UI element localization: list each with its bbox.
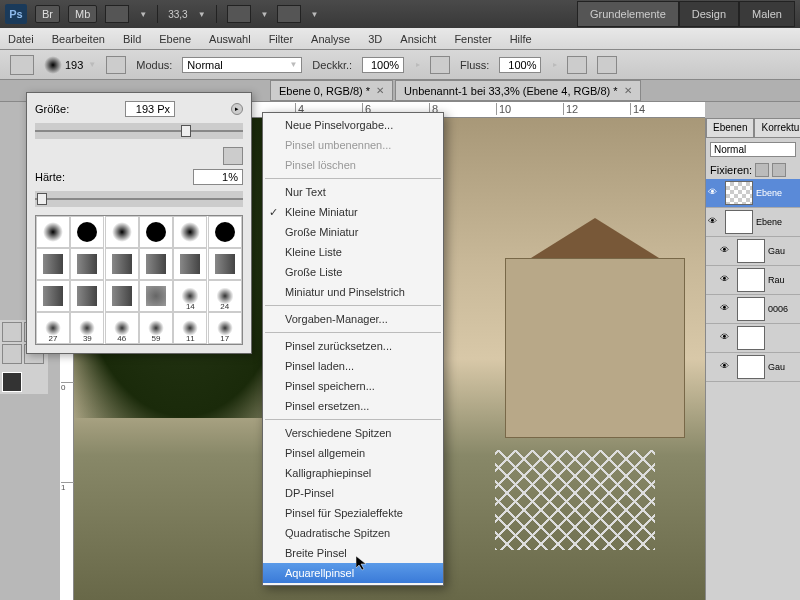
- brush-preset-cell[interactable]: [139, 280, 173, 312]
- brush-preset-cell[interactable]: [70, 280, 104, 312]
- workspace-tab[interactable]: Grundelemente: [577, 1, 679, 27]
- brush-preset-cell[interactable]: [70, 216, 104, 248]
- layer-row[interactable]: 👁0006: [706, 295, 800, 324]
- flow-input[interactable]: 100%: [499, 57, 541, 73]
- tool-preset-icon[interactable]: [10, 55, 34, 75]
- brush-preset-cell[interactable]: [36, 280, 70, 312]
- brush-preset-cell[interactable]: [105, 248, 139, 280]
- layer-row[interactable]: 👁Gau: [706, 353, 800, 382]
- visibility-eye-icon[interactable]: 👁: [708, 216, 722, 228]
- brush-preset-cell[interactable]: 11: [173, 312, 207, 344]
- workspace-tab[interactable]: Malen: [739, 1, 795, 27]
- context-menu-item[interactable]: Vorgaben-Manager...: [263, 309, 443, 329]
- view-extras-icon[interactable]: [105, 5, 129, 23]
- size-slider[interactable]: [35, 123, 243, 139]
- layer-name[interactable]: Gau: [768, 362, 785, 372]
- workspace-tab[interactable]: Design: [679, 1, 739, 27]
- zoom-display[interactable]: 33,3: [168, 9, 187, 20]
- context-menu-item[interactable]: Quadratische Spitzen: [263, 523, 443, 543]
- layers-tab[interactable]: Ebenen: [706, 118, 754, 138]
- foreground-color-swatch[interactable]: [2, 372, 22, 392]
- visibility-eye-icon[interactable]: 👁: [708, 187, 722, 199]
- brush-preset-cell[interactable]: [173, 216, 207, 248]
- flyout-icon[interactable]: ▸: [553, 60, 557, 69]
- layer-row[interactable]: 👁Rau: [706, 266, 800, 295]
- visibility-eye-icon[interactable]: 👁: [720, 245, 734, 257]
- context-menu-item[interactable]: Kleine Miniatur: [263, 202, 443, 222]
- brush-preset-cell[interactable]: 14: [173, 280, 207, 312]
- brush-preset-cell[interactable]: 17: [208, 312, 242, 344]
- menu-window[interactable]: Fenster: [454, 33, 491, 45]
- close-icon[interactable]: ✕: [376, 85, 384, 96]
- slider-thumb[interactable]: [181, 125, 191, 137]
- layer-row[interactable]: 👁Ebene: [706, 208, 800, 237]
- menu-image[interactable]: Bild: [123, 33, 141, 45]
- context-menu-item[interactable]: Pinsel allgemein: [263, 443, 443, 463]
- hand-tool-icon[interactable]: [2, 344, 22, 364]
- hardness-slider[interactable]: [35, 191, 243, 207]
- size-value[interactable]: 193 Px: [125, 101, 175, 117]
- adjustments-tab[interactable]: Korrektu: [754, 118, 800, 138]
- brush-preset-cell[interactable]: [36, 216, 70, 248]
- bridge-button[interactable]: Br: [35, 5, 60, 23]
- context-menu-item[interactable]: Verschiedene Spitzen: [263, 423, 443, 443]
- opacity-input[interactable]: 100%: [362, 57, 404, 73]
- close-icon[interactable]: ✕: [624, 85, 632, 96]
- brush-preset-cell[interactable]: [208, 216, 242, 248]
- layer-row[interactable]: 👁Gau: [706, 237, 800, 266]
- brush-panel-toggle-icon[interactable]: [106, 56, 126, 74]
- context-menu-item[interactable]: DP-Pinsel: [263, 483, 443, 503]
- menu-select[interactable]: Auswahl: [209, 33, 251, 45]
- arrange-docs-icon[interactable]: [227, 5, 251, 23]
- context-menu-item[interactable]: Kleine Liste: [263, 242, 443, 262]
- visibility-eye-icon[interactable]: 👁: [720, 303, 734, 315]
- context-menu-item[interactable]: Aquarellpinsel: [263, 563, 443, 583]
- blend-mode-select[interactable]: Normal ▼: [182, 57, 302, 73]
- brush-preset-cell[interactable]: [173, 248, 207, 280]
- new-preset-icon[interactable]: [223, 147, 243, 165]
- tablet-pressure-icon[interactable]: [597, 56, 617, 74]
- hardness-value[interactable]: 1%: [193, 169, 243, 185]
- layer-thumbnail[interactable]: [737, 326, 765, 350]
- layer-thumbnail[interactable]: [737, 268, 765, 292]
- brush-preset-cell[interactable]: 59: [139, 312, 173, 344]
- menu-layer[interactable]: Ebene: [159, 33, 191, 45]
- context-menu-item[interactable]: Miniatur und Pinselstrich: [263, 282, 443, 302]
- context-menu-item[interactable]: Breite Pinsel: [263, 543, 443, 563]
- brush-preset-cell[interactable]: [105, 216, 139, 248]
- menu-file[interactable]: Datei: [8, 33, 34, 45]
- context-menu-item[interactable]: Neue Pinselvorgabe...: [263, 115, 443, 135]
- context-menu-item[interactable]: Große Liste: [263, 262, 443, 282]
- airbrush-icon[interactable]: [567, 56, 587, 74]
- lock-pixels-icon[interactable]: [772, 163, 786, 177]
- menu-view[interactable]: Ansicht: [400, 33, 436, 45]
- visibility-eye-icon[interactable]: 👁: [720, 332, 734, 344]
- context-menu-item[interactable]: Nur Text: [263, 182, 443, 202]
- visibility-eye-icon[interactable]: 👁: [720, 361, 734, 373]
- panel-flyout-icon[interactable]: ▸: [231, 103, 243, 115]
- layer-name[interactable]: Ebene: [756, 217, 782, 227]
- document-tab[interactable]: Unbenannt-1 bei 33,3% (Ebene 4, RGB/8) *…: [395, 80, 640, 101]
- brush-preset-picker[interactable]: 193 ▼: [44, 56, 96, 74]
- brush-preset-cell[interactable]: 24: [208, 280, 242, 312]
- visibility-eye-icon[interactable]: 👁: [720, 274, 734, 286]
- context-menu-item[interactable]: Kalligraphiepinsel: [263, 463, 443, 483]
- menu-help[interactable]: Hilfe: [510, 33, 532, 45]
- brush-preset-cell[interactable]: 46: [105, 312, 139, 344]
- brush-preset-cell[interactable]: 39: [70, 312, 104, 344]
- lasso-tool-icon[interactable]: [2, 322, 22, 342]
- brush-preset-cell[interactable]: 27: [36, 312, 70, 344]
- layer-thumbnail[interactable]: [725, 181, 753, 205]
- layer-name[interactable]: Rau: [768, 275, 785, 285]
- document-tab[interactable]: Ebene 0, RGB/8) * ✕: [270, 80, 393, 101]
- layer-thumbnail[interactable]: [737, 239, 765, 263]
- brush-preset-cell[interactable]: [105, 280, 139, 312]
- context-menu-item[interactable]: Pinsel laden...: [263, 356, 443, 376]
- brush-preset-cell[interactable]: [70, 248, 104, 280]
- screen-mode-icon[interactable]: [277, 5, 301, 23]
- context-menu-item[interactable]: Große Miniatur: [263, 222, 443, 242]
- menu-analysis[interactable]: Analyse: [311, 33, 350, 45]
- brush-preset-cell[interactable]: [139, 248, 173, 280]
- brush-preset-cell[interactable]: [139, 216, 173, 248]
- brush-preset-cell[interactable]: [36, 248, 70, 280]
